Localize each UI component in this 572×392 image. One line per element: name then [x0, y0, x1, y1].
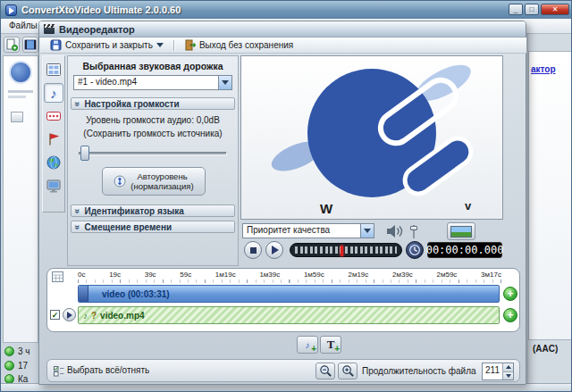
add-audio-track-button[interactable]: + [503, 308, 517, 322]
main-toolbar [4, 37, 38, 53]
chevron-down-icon [364, 229, 371, 233]
right-panel [528, 51, 572, 340]
ruler-label: 2м59с [437, 271, 458, 279]
zoom-out-button[interactable] [315, 363, 335, 379]
ruler-label: 2м19с [348, 271, 368, 279]
add-text-button[interactable]: T + [320, 336, 341, 354]
duration-value[interactable]: 211 [483, 363, 502, 379]
combo-arrow-button[interactable] [360, 224, 374, 238]
time-display: 00:00:00.000 [427, 242, 502, 258]
audio-track[interactable]: ♪ ? video.mp4 [78, 306, 500, 324]
stat-row: 3 ч [4, 346, 30, 356]
save-and-close-button[interactable]: Сохранить и закрыть [45, 38, 169, 52]
ruler-label: 3м17с [481, 271, 501, 279]
video-track[interactable]: video (00:03:31) [78, 285, 500, 303]
quality-select[interactable]: Приоритет качества [242, 223, 374, 238]
video-preview: W v [240, 55, 503, 220]
music-note-icon: ♪ [306, 340, 310, 350]
ruler-label: 1м39с [259, 271, 280, 279]
snapshot-button[interactable] [447, 222, 475, 240]
dialog-toolbar: Сохранить и закрыть Выход без сохранения [40, 38, 526, 54]
audio-track-label: video.mp4 [100, 311, 144, 321]
spin-down-button[interactable] [503, 371, 513, 380]
timer-button[interactable] [406, 241, 424, 259]
timeline-bottom-bar: Выбрать всё/отнять Продолжительность фай… [46, 359, 520, 382]
flag-icon [46, 131, 62, 147]
file-list-panel [3, 55, 38, 343]
volume-slider[interactable] [79, 146, 227, 162]
exit-door-icon [184, 39, 196, 51]
stop-button[interactable] [244, 241, 262, 259]
letter-v: v [465, 199, 472, 213]
file-item-icon[interactable] [11, 112, 23, 122]
play-button[interactable] [265, 241, 283, 259]
seek-segments [295, 246, 397, 254]
exit-without-saving-button[interactable]: Выход без сохранения [179, 38, 299, 52]
dialog-titlebar[interactable]: Видеоредактор [39, 21, 526, 38]
add-video-button[interactable] [22, 37, 38, 53]
mini-slider-knob[interactable] [410, 226, 417, 230]
audio-track-checkbox[interactable]: ✓ [50, 310, 60, 320]
time-ruler: 0с 19с 39с 59с 1м19с 1м39с 1м59с 2м19с 2… [78, 271, 501, 279]
chevron-icon: » [72, 224, 82, 229]
video-frames-icon [46, 62, 62, 78]
globe-icon [46, 154, 62, 171]
select-all-label[interactable]: Выбрать всё/отнять [67, 365, 149, 375]
add-audio-button[interactable]: ♪ + [297, 336, 318, 354]
offset-section-header[interactable]: » Смещение времени [71, 221, 235, 233]
chapters-tab[interactable] [44, 129, 63, 149]
audio-track-tab[interactable]: ♪ [44, 83, 63, 103]
language-section-header[interactable]: » Идентификатор языка [71, 204, 235, 217]
ruler-label: 1м19с [215, 271, 236, 279]
stat-icon [4, 346, 14, 356]
chevron-down-icon [222, 80, 229, 85]
audio-track-select[interactable]: #1 - video.mp4 [73, 75, 232, 90]
zoom-in-icon [341, 364, 355, 378]
main-window: ConvertXtoVideo Ultimate 2.0.0.60 _ □ ✕ … [0, 0, 572, 392]
save-icon [50, 39, 62, 51]
led-playhead[interactable] [341, 246, 343, 256]
minimize-button[interactable]: _ [509, 4, 523, 15]
chevron-icon: » [72, 101, 82, 106]
music-note-icon: ♪ [50, 86, 57, 101]
file-thumbnail-icon[interactable] [9, 61, 32, 84]
play-icon [272, 246, 279, 254]
combo-arrow-button[interactable] [218, 76, 231, 89]
unknown-language-icon: ? [91, 311, 97, 321]
autolevel-icon [114, 175, 126, 188]
monitor-icon [46, 178, 62, 194]
video-editor-link[interactable]: актор [531, 64, 556, 74]
track-cap[interactable] [79, 286, 88, 302]
duration-spinner[interactable]: 211 [482, 363, 514, 380]
ruler-label: 0с [78, 271, 85, 279]
close-button[interactable]: ✕ [541, 4, 569, 15]
display-tab[interactable] [44, 176, 63, 196]
preview-logo: W v [241, 56, 502, 219]
main-titlebar: ConvertXtoVideo Ultimate 2.0.0.60 [1, 1, 572, 19]
autolevel-button[interactable]: Автоуровень (нормализация) [102, 167, 206, 196]
speaker-icon[interactable] [386, 224, 406, 238]
volume-mini-slider[interactable] [409, 224, 418, 239]
seek-bar[interactable] [290, 243, 402, 257]
add-video-track-button[interactable]: + [503, 287, 517, 301]
audio-play-button[interactable] [63, 308, 76, 321]
plus-icon: + [334, 344, 340, 354]
autolevel-label: Автоуровень (нормализация) [130, 171, 193, 191]
arrow-up-icon [506, 365, 511, 369]
add-file-button[interactable] [4, 37, 20, 53]
spin-up-button[interactable] [503, 363, 513, 371]
volume-level-label: Уровень громкости аудио: 0,0dB [68, 115, 238, 125]
volume-section-header[interactable]: » Настройка громкости [71, 97, 235, 110]
zoom-in-button[interactable] [338, 363, 358, 379]
slider-thumb[interactable] [80, 146, 89, 161]
timeline-panel: 0с 19с 39с 59с 1м19с 1м39с 1м59с 2м19с 2… [46, 268, 520, 332]
file-text-line [8, 96, 26, 98]
spinner-arrows [502, 363, 513, 379]
subtitles-tab[interactable] [44, 106, 63, 126]
time-value: 00:00:00.000 [426, 244, 504, 256]
video-frames-tab[interactable] [44, 60, 63, 79]
maximize-button[interactable]: □ [525, 4, 539, 15]
language-tab[interactable] [44, 153, 63, 172]
stat-label: 3 ч [18, 346, 30, 356]
zoom-out-icon [319, 364, 332, 378]
